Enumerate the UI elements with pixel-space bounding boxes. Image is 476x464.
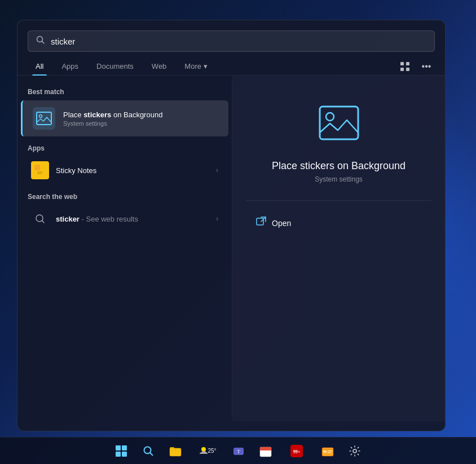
- weather-button[interactable]: 25°: [190, 439, 224, 463]
- svg-rect-4: [400, 68, 404, 71]
- file-explorer-button[interactable]: [163, 439, 188, 463]
- taskbar: 25° T 99+: [0, 437, 476, 464]
- windows-logo: [116, 445, 127, 457]
- search-bar[interactable]: [28, 30, 435, 52]
- result-big-icon: [314, 98, 364, 149]
- best-match-text: Place stickers on Background System sett…: [63, 111, 218, 127]
- svg-rect-6: [37, 112, 51, 125]
- web-search-item[interactable]: sticker - See web results ›: [21, 204, 228, 233]
- notifications-button[interactable]: 99+: [280, 439, 313, 463]
- sticky-notes-label: Sticky Notes: [56, 166, 209, 175]
- best-match-label: Best match: [17, 85, 232, 100]
- right-panel: Place stickers on Background System sett…: [232, 76, 445, 421]
- tab-web[interactable]: Web: [144, 58, 175, 75]
- content-area: Best match Place stickers on Background …: [17, 76, 445, 421]
- search-icon: [36, 36, 45, 47]
- tab-documents[interactable]: Documents: [89, 58, 142, 75]
- teams-button[interactable]: T: [226, 439, 251, 463]
- web-search-chevron: ›: [216, 215, 218, 223]
- svg-rect-9: [34, 165, 40, 170]
- calendar-button[interactable]: [253, 439, 278, 463]
- svg-line-13: [42, 221, 45, 223]
- open-label: Open: [272, 219, 291, 228]
- web-search-icon: [31, 210, 49, 228]
- right-panel-divider: [246, 200, 431, 201]
- svg-point-7: [39, 115, 42, 118]
- web-search-query: sticker: [56, 215, 80, 223]
- svg-text:99+: 99+: [293, 449, 301, 454]
- left-panel: Best match Place stickers on Background …: [17, 76, 232, 421]
- best-match-app-icon: [33, 107, 55, 130]
- sticky-notes-icon: [31, 161, 49, 179]
- svg-point-33: [353, 449, 356, 453]
- svg-point-15: [326, 113, 334, 121]
- result-title: Place stickers on Background: [272, 160, 406, 172]
- tabs-right-actions: •••: [396, 58, 435, 75]
- best-match-title: Place stickers on Background: [63, 111, 218, 119]
- svg-rect-14: [320, 107, 358, 139]
- svg-line-18: [150, 453, 153, 456]
- chevron-down-icon: ▾: [204, 62, 208, 70]
- svg-rect-3: [406, 62, 409, 65]
- apps-view-button[interactable]: [396, 58, 413, 75]
- more-options-button[interactable]: •••: [418, 58, 435, 75]
- best-match-item[interactable]: Place stickers on Background System sett…: [21, 100, 228, 136]
- svg-rect-16: [257, 218, 263, 225]
- svg-point-21: [201, 447, 206, 452]
- sticky-notes-item[interactable]: Sticky Notes ›: [21, 156, 228, 185]
- svg-rect-30: [323, 450, 327, 453]
- tabs-bar: All Apps Documents Web More ▾ •••: [17, 52, 445, 76]
- apps-section-label: Apps: [17, 136, 232, 156]
- svg-rect-26: [260, 449, 271, 450]
- taskbar-search-button[interactable]: [136, 439, 161, 463]
- sticky-notes-chevron: ›: [216, 166, 218, 174]
- svg-text:T: T: [237, 449, 240, 454]
- open-button[interactable]: Open: [252, 212, 296, 234]
- svg-line-1: [42, 42, 45, 44]
- search-panel: All Apps Documents Web More ▾ •••: [17, 20, 446, 431]
- settings-button[interactable]: [342, 439, 367, 463]
- best-match-subtitle: System settings: [63, 120, 218, 127]
- result-subtitle: System settings: [315, 175, 363, 183]
- explorer2-button[interactable]: [315, 439, 340, 463]
- svg-rect-31: [328, 450, 332, 452]
- tab-all[interactable]: All: [28, 58, 51, 75]
- svg-rect-32: [328, 452, 331, 453]
- start-button[interactable]: [109, 439, 134, 463]
- tab-more[interactable]: More ▾: [177, 58, 215, 75]
- open-icon: [256, 216, 266, 229]
- svg-rect-2: [400, 62, 404, 65]
- svg-rect-5: [406, 68, 409, 71]
- web-search-text: sticker - See web results: [56, 215, 209, 223]
- search-web-label: Search the web: [17, 185, 232, 204]
- tab-apps[interactable]: Apps: [54, 58, 86, 75]
- search-input[interactable]: [51, 37, 426, 46]
- svg-rect-20: [170, 448, 174, 450]
- web-search-suffix: - See web results: [80, 215, 138, 223]
